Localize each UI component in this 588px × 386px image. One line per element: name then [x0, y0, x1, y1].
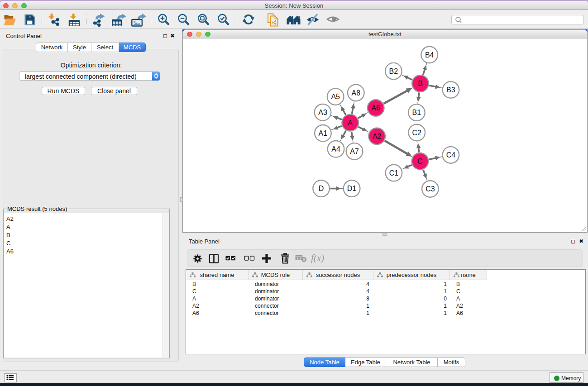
svg-text:D1: D1 [347, 185, 357, 192]
svg-text:B3: B3 [446, 86, 455, 94]
svg-text:A2: A2 [373, 133, 382, 140]
svg-text:A5: A5 [331, 93, 340, 100]
svg-text:C: C [417, 157, 423, 165]
svg-text:B4: B4 [425, 51, 434, 59]
svg-text:A: A [348, 119, 353, 127]
svg-text:C1: C1 [389, 169, 399, 177]
svg-text:A4: A4 [331, 145, 340, 153]
svg-text:A8: A8 [352, 89, 361, 97]
svg-text:C4: C4 [446, 151, 456, 159]
svg-text:B2: B2 [389, 67, 398, 75]
svg-text:A7: A7 [350, 148, 359, 155]
svg-text:C2: C2 [412, 129, 422, 137]
svg-text:A6: A6 [371, 104, 380, 112]
svg-text:C3: C3 [425, 185, 435, 193]
svg-text:D: D [319, 185, 324, 192]
svg-text:A1: A1 [319, 129, 328, 137]
svg-text:B: B [418, 80, 423, 87]
svg-text:A3: A3 [318, 109, 327, 116]
svg-text:B1: B1 [412, 109, 421, 116]
